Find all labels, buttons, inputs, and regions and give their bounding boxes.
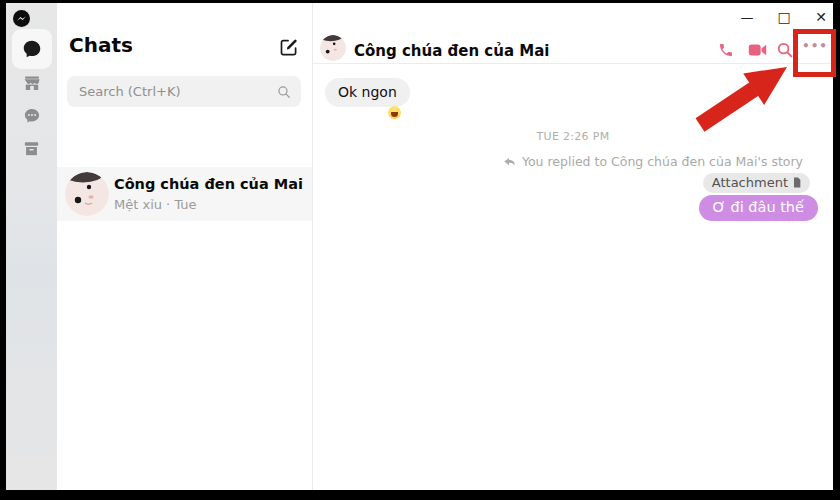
attachment-file-icon	[793, 177, 801, 188]
story-reply-text: You replied to Công chúa đen của Mai's s…	[522, 154, 803, 169]
screenshot-frame: Chats	[0, 0, 840, 500]
sidebar-item-message-requests[interactable]	[15, 99, 49, 133]
laughing-emoji-reaction	[388, 106, 401, 119]
conversation-name: Công chúa đen của Mai	[114, 176, 303, 192]
chat-dots-icon	[22, 106, 42, 126]
search-box	[67, 76, 301, 107]
sidebar-item-chats[interactable]	[12, 29, 52, 69]
attachment-chip[interactable]: Attachment	[703, 173, 810, 193]
chat-header-avatar	[320, 35, 346, 61]
timestamp: TUE 2:26 PM	[313, 130, 833, 143]
compose-icon[interactable]	[279, 37, 299, 57]
maximize-button[interactable]: □	[775, 8, 793, 26]
chat-view: — □ ✕ Côn	[313, 3, 833, 490]
reply-arrow-icon	[503, 156, 516, 167]
close-button[interactable]: ✕	[812, 8, 830, 26]
voice-call-icon[interactable]	[718, 42, 734, 58]
window-controls: — □ ✕	[738, 8, 830, 26]
conversation-preview: Mệt xỉu · Tue	[114, 197, 197, 212]
storefront-icon	[22, 73, 42, 93]
annotation-highlight-box	[793, 29, 836, 77]
outgoing-message-bubble: Ơ đi đâu thế	[699, 195, 818, 221]
chat-search-icon[interactable]	[777, 42, 793, 58]
search-icon	[277, 85, 291, 99]
incoming-message-bubble: Ok ngon	[325, 78, 410, 107]
video-call-icon[interactable]	[748, 42, 767, 58]
minimize-button[interactable]: —	[738, 8, 756, 26]
chat-title: Công chúa đen của Mai	[354, 42, 549, 60]
sidebar-item-marketplace[interactable]	[15, 66, 49, 100]
icon-rail	[6, 3, 57, 490]
attachment-label: Attachment	[712, 175, 788, 190]
sidebar-item-archive[interactable]	[15, 131, 49, 165]
search-input[interactable]	[67, 84, 277, 99]
conversation-avatar	[65, 172, 109, 216]
chat-bubble-icon	[21, 38, 43, 60]
messenger-logo-icon	[13, 10, 30, 27]
chats-title: Chats	[69, 33, 133, 57]
story-reply-note: You replied to Công chúa đen của Mai's s…	[503, 154, 803, 169]
archive-box-icon	[22, 139, 41, 158]
chats-panel: Chats	[57, 3, 312, 490]
conversation-list-item[interactable]: Công chúa đen của Mai Mệt xỉu · Tue	[57, 167, 312, 221]
messenger-window: Chats	[6, 3, 833, 490]
